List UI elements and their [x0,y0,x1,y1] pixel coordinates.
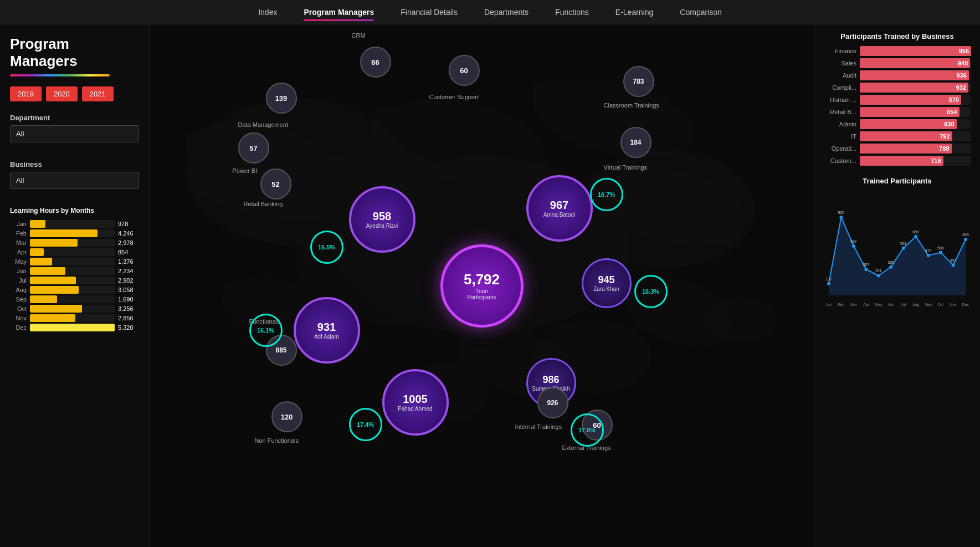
svg-text:Sep: Sep [925,303,932,307]
bar-value: 4,246 [118,230,139,237]
business-label: Audit [823,72,856,79]
center-label1: Train [475,288,488,294]
business-bar-row: Audit936 [823,70,971,80]
h-bar-fill: 788 [860,144,952,154]
svg-text:Apr: Apr [863,303,870,307]
h-bar-outer: 792 [860,131,971,141]
department-select[interactable]: All [10,125,139,142]
svg-text:Feb: Feb [838,303,844,306]
bar-value: 3,058 [118,287,139,293]
node-amna[interactable]: 967 Amna Batool [526,175,593,242]
bar-value: 5,320 [118,324,139,331]
fahad-name: Fahad Ahmed [398,406,432,412]
right-panel: Participants Trained by Business Finance… [814,24,980,547]
classroom-label: Classroom Trainings [604,102,659,109]
nav-index[interactable]: Index [258,6,277,19]
business-bar-row: Retail B...854 [823,107,971,117]
year-2021-btn[interactable]: 2021 [82,86,114,101]
node-66: 66 [360,47,391,78]
business-select[interactable]: All [10,172,139,189]
node-atif[interactable]: 931 Atif Aslam [294,297,360,364]
node-184: 184 [620,127,651,158]
month-bar-row: Nov2,856 [10,314,139,322]
svg-text:665: 665 [962,233,969,237]
svg-point-30 [927,254,930,257]
node-66-value: 66 [371,58,379,67]
year-2020-btn[interactable]: 2020 [46,86,78,101]
svg-text:Aug: Aug [912,303,920,307]
svg-point-21 [889,265,892,269]
h-bar-fill: 956 [860,46,971,56]
customer-support-label: Customer Support [429,94,479,100]
month-label: Mar [10,239,27,246]
nav-financial-details[interactable]: Financial Details [401,6,458,19]
h-bar-outer: 948 [860,58,971,68]
h-bar-fill: 854 [860,107,960,117]
business-value: 936 [956,72,966,79]
business-bar-row: Operati...788 [823,144,971,154]
h-bar-outer: 936 [860,70,971,80]
business-bar-chart: Finance956Sales948Audit936Compli...932Hu… [823,46,971,168]
nav-elearning[interactable]: E-Learning [615,6,654,19]
h-bar-outer: 854 [860,107,971,117]
svg-text:Jan: Jan [825,303,832,306]
month-bar-row: Feb4,246 [10,229,139,237]
month-bar-row: Sep1,690 [10,295,139,303]
svg-point-39 [964,238,967,241]
h-bar-outer: 716 [860,156,971,166]
node-fahad[interactable]: 1005 Fahad Ahmed [382,369,449,436]
svg-text:561: 561 [900,242,907,246]
department-label: Department [10,114,139,122]
business-bar-row: Sales948 [823,58,971,68]
svg-text:699: 699 [912,230,919,234]
bar-outer [30,277,115,284]
month-bar-row: Dec5,320 [10,324,139,331]
svg-point-27 [914,235,917,238]
svg-text:930: 930 [838,211,845,214]
business-label: Finance [823,48,856,54]
bar-outer [30,314,115,322]
business-label: Human ... [823,96,856,103]
nav-comparison[interactable]: Comparison [680,6,721,19]
bar-fill [30,258,52,265]
node-57: 57 [238,132,269,163]
business-label: Sales [823,60,856,67]
node-ayesha[interactable]: 958 Ayesha Rizvi [349,186,415,253]
month-label: Sep [10,296,27,303]
month-label: May [10,258,27,265]
bar-outer [30,324,115,331]
business-chart-title: Participants Trained by Business [823,32,971,40]
bar-value: 2,978 [118,239,139,246]
business-value: 830 [944,121,954,127]
fahad-value: 1005 [403,393,428,406]
business-value: 956 [959,48,969,54]
left-panel: Program Managers 2019 2020 2021 Departme… [0,24,150,547]
business-label: Operati... [823,145,856,152]
year-filters: 2019 2020 2021 [10,86,139,101]
pct-165: 16.5% [310,231,343,264]
month-label: Oct [10,305,27,312]
nav-departments[interactable]: Departments [484,6,529,19]
svg-text:Dec: Dec [962,303,969,306]
bar-fill [30,248,44,256]
month-label: Jan [10,221,27,227]
node-60-top: 60 [449,55,480,86]
zara-name: Zara Khan [593,286,619,292]
nav-program-managers[interactable]: Program Managers [304,6,374,19]
svg-point-9 [839,216,843,219]
center-node[interactable]: 5,792 Train Participants [440,244,524,328]
bar-outer [30,286,115,294]
year-2019-btn[interactable]: 2019 [10,86,42,101]
main-content: Program Managers 2019 2020 2021 Departme… [0,24,980,547]
bar-value: 3,256 [118,305,139,312]
nav-functions[interactable]: Functions [555,6,589,19]
node-zara[interactable]: 945 Zara Khan [582,258,632,308]
powerbi-label: Power BI [233,167,258,174]
business-label: IT [823,133,856,140]
internal-trainings-label: Internal Trainings [515,423,562,430]
pct-167: 16.7% [590,178,623,211]
month-bar-row: Apr854 [10,248,139,256]
svg-text:May: May [875,303,882,307]
bar-outer [30,267,115,275]
ayesha-name: Ayesha Rizvi [366,223,398,229]
